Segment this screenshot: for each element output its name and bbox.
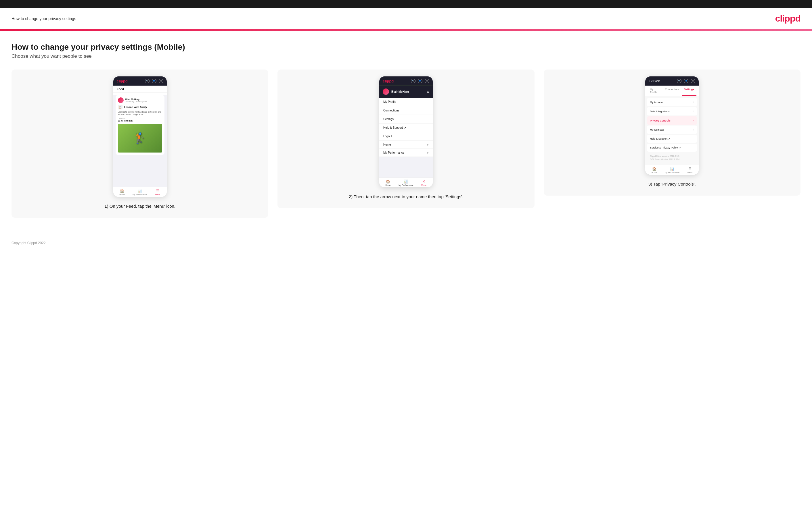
phone2-bottom-nav: 🏠 Home 📊 My Performance ✕ Menu — [379, 177, 433, 187]
menu-home-chevron: ∨ — [427, 143, 429, 146]
feed-description: Looking to feel like my hands are exitin… — [118, 111, 162, 116]
tab-myprofile: My Profile — [648, 86, 662, 96]
phone2-user-row: Blair McHarg ∧ — [379, 86, 433, 98]
version-line2: GGL Server Version: 2022.7.30-1 — [650, 158, 694, 161]
feed-lesson-icon: 📋 — [118, 105, 122, 109]
home-icon-3: 🏠 — [652, 167, 656, 171]
phone3-search-icon: 🔍 — [677, 79, 681, 83]
step1-caption: 1) On your Feed, tap the 'Menu' icon. — [104, 203, 175, 210]
top-bar — [0, 0, 812, 8]
myaccount-chevron: › — [693, 101, 694, 104]
tab-settings: Settings — [682, 86, 697, 96]
copyright: Copyright Clippd 2022 — [11, 241, 46, 245]
phone2-menu-panel: Blair McHarg ∧ My Profile Connections Se… — [379, 86, 433, 157]
phone3-back: ‹ < Back — [649, 79, 660, 83]
phone1-user-icon: 👤 — [152, 79, 156, 83]
phone-mockup-2: clippd 🔍 👤 ⚙ — [379, 76, 433, 187]
logo: clippd — [775, 13, 801, 24]
menu-icon-3: ☰ — [689, 167, 692, 171]
phone3-nav-performance: 📊 My Performance — [663, 167, 681, 173]
phone2-settings-icon: ⚙ — [425, 79, 429, 83]
phone1-content: Blair McHarg Yesterday · Sunningdale 📋 L… — [113, 95, 167, 187]
golf-image: 🏌️ — [118, 124, 162, 153]
phone1-settings-icon: ⚙ — [159, 79, 163, 83]
phone1-bottom-nav: 🏠 Home 📊 My Performance ☰ Menu — [113, 187, 167, 197]
phone-mockup-1: clippd 🔍 👤 ⚙ Feed Blair Mc — [113, 76, 167, 197]
performance-icon-3: 📊 — [670, 167, 674, 171]
settings-item-myaccount: My Account › — [647, 98, 697, 106]
main-content: How to change your privacy settings (Mob… — [0, 31, 812, 235]
steps-row: clippd 🔍 👤 ⚙ Feed Blair Mc — [11, 69, 801, 218]
phone2-navbar: clippd 🔍 👤 ⚙ — [379, 76, 433, 86]
phone3-nav-menu: ☰ Menu — [681, 167, 699, 173]
feed-card: Blair McHarg Yesterday · Sunningdale 📋 L… — [115, 95, 164, 155]
privacy-chevron: › — [693, 119, 694, 122]
header: How to change your privacy settings clip… — [0, 8, 812, 29]
phone1-logo: clippd — [117, 79, 128, 83]
feed-user-sub: Yesterday · Sunningdale — [125, 101, 147, 103]
step3-caption: 3) Tap 'Privacy Controls'. — [648, 181, 696, 187]
feed-user-row: Blair McHarg Yesterday · Sunningdale — [118, 97, 162, 103]
phone2-user-icon: 👤 — [418, 79, 422, 83]
menu-perf-chevron: ∨ — [427, 151, 429, 154]
page-subheading: Choose what you want people to see — [11, 53, 801, 59]
phone2-nav-performance: 📊 My Performance — [397, 179, 415, 186]
performance-icon: 📊 — [138, 189, 142, 193]
phone3-nav-home-label: Home — [652, 171, 657, 173]
golfbag-chevron: › — [693, 128, 694, 131]
header-title: How to change your privacy settings — [11, 16, 76, 21]
golfbag-label: My Golf Bag — [650, 128, 664, 131]
menu-item-myprofile: My Profile — [379, 98, 433, 106]
menu-section-performance: My Performance ∨ — [379, 149, 433, 157]
settings-item-serviceprivacy: Service & Privacy Policy ↗ — [647, 144, 697, 152]
phone2-nav-close-label: Menu — [421, 184, 426, 186]
settings-version: Clippd Client Version: 2022.8.3-3 GGL Se… — [647, 153, 697, 163]
phone2-nav-home: 🏠 Home — [379, 179, 397, 186]
myaccount-label: My Account — [650, 101, 663, 104]
performance-icon-2: 📊 — [404, 179, 408, 183]
golfer-icon: 🏌️ — [134, 132, 146, 144]
phone1-nav-home: 🏠 Home — [113, 189, 131, 195]
settings-item-help: Help & Support ↗ — [647, 135, 697, 143]
phone2-content: Blair McHarg ∧ My Profile Connections Se… — [379, 86, 433, 177]
phone2-chevron-up-icon: ∧ — [427, 90, 429, 94]
menu-item-settings: Settings — [379, 115, 433, 123]
phone2-icons: 🔍 👤 ⚙ — [411, 79, 429, 83]
phone1-nav-menu-label: Menu — [155, 193, 160, 195]
phone1-icons: 🔍 👤 ⚙ — [145, 79, 163, 83]
phone2-nav-home-label: Home — [386, 184, 391, 186]
menu-item-help: Help & Support ↗ — [379, 123, 433, 132]
phone1-nav-menu: ☰ Menu — [149, 189, 167, 195]
phone2-search-icon: 🔍 — [411, 79, 415, 83]
menu-icon: ☰ — [156, 189, 159, 193]
phone1-feed-tab: Feed — [113, 86, 167, 93]
phone3-bottom-nav: 🏠 Home 📊 My Performance ☰ Menu — [645, 165, 699, 175]
phone3-nav-home: 🏠 Home — [645, 167, 663, 173]
home-icon: 🏠 — [120, 189, 124, 193]
settings-list: My Account › Data Integrations › Privacy… — [645, 96, 699, 165]
phone3-nav-perf-label: My Performance — [665, 171, 679, 173]
phone3-navbar: ‹ < Back 🔍 👤 ⚙ — [645, 76, 699, 86]
dataint-label: Data Integrations — [650, 110, 670, 113]
feed-avatar — [118, 97, 123, 103]
phone2-username: Blair McHarg — [391, 90, 409, 93]
dataint-chevron: › — [693, 110, 694, 113]
phone3-tabs: My Profile Connections Settings — [645, 86, 699, 96]
serviceprivacy-label: Service & Privacy Policy ↗ — [650, 146, 681, 149]
feed-duration-label: Duration — [118, 117, 162, 119]
settings-item-dataint: Data Integrations › — [647, 107, 697, 115]
menu-home-label: Home — [383, 143, 391, 146]
feed-user-name: Blair McHarg — [125, 98, 147, 101]
tab-connections: Connections — [663, 86, 682, 96]
phone3-user-icon: 👤 — [684, 79, 689, 83]
phone2-logo: clippd — [383, 79, 394, 83]
phone2-avatar — [383, 89, 389, 95]
feed-duration-val: 01 hr : 30 min — [118, 119, 162, 122]
phone1-nav-perf-label: My Performance — [133, 193, 147, 195]
menu-section-home: Home ∨ — [379, 141, 433, 149]
phone2-nav-close: ✕ Menu — [415, 179, 433, 186]
privacy-label: Privacy Controls — [650, 119, 670, 122]
back-label: < Back — [651, 79, 660, 83]
feed-lesson-title: Lesson with Fordy — [124, 106, 147, 109]
step2-caption: 2) Then, tap the arrow next to your name… — [349, 193, 463, 200]
